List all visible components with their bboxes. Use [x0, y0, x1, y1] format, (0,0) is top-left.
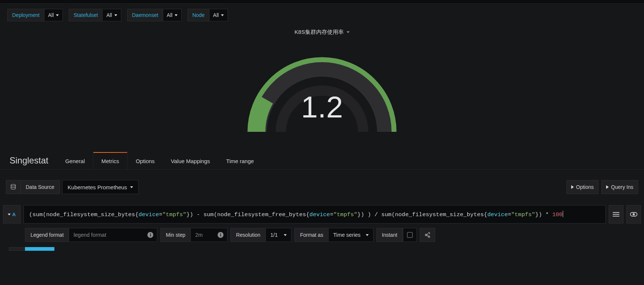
- tab-metrics[interactable]: Metrics: [93, 152, 128, 169]
- min-step-input[interactable]: 2m i: [191, 228, 228, 242]
- tab-value-mappings[interactable]: Value Mappings: [163, 152, 218, 169]
- filter-value-text: All: [106, 12, 112, 18]
- query-menu-button[interactable]: [609, 205, 623, 224]
- filter-statefulset[interactable]: Statefulset All: [69, 9, 121, 21]
- resolution-select[interactable]: 1/1: [266, 228, 291, 242]
- eye-icon: [630, 212, 637, 217]
- editor-tabs: Singlestat General Metrics Options Value…: [0, 152, 644, 170]
- resolution-value: 1/1: [270, 232, 278, 238]
- instant-label: Instant: [376, 228, 403, 242]
- query-row: A (sum(node_filesystem_size_bytes{device…: [3, 205, 641, 224]
- chevron-down-icon: [114, 14, 117, 16]
- panel-title[interactable]: K8S集群内存使用率: [4, 27, 640, 38]
- tab-time-range[interactable]: Time range: [218, 152, 262, 169]
- options-button[interactable]: Options: [566, 180, 598, 194]
- datasource-selected: Kubernetes Prometheus: [68, 184, 127, 190]
- query-inspector-button[interactable]: Query Ins: [601, 180, 638, 194]
- svg-point-1: [11, 184, 15, 186]
- filter-label: Node: [187, 9, 209, 21]
- filter-daemonset[interactable]: Daemonset All: [127, 9, 182, 21]
- query-inspector-label: Query Ins: [611, 184, 633, 190]
- chevron-down-icon: [284, 234, 287, 236]
- filter-label: Deployment: [7, 9, 44, 21]
- filter-label: Statefulset: [69, 9, 102, 21]
- options-button-label: Options: [576, 184, 594, 190]
- share-button[interactable]: [420, 228, 435, 242]
- min-step-group: Min step 2m i: [160, 228, 228, 242]
- filter-value-text: All: [167, 12, 173, 18]
- chevron-down-icon: [175, 14, 178, 16]
- variable-filters: Deployment All Statefulset All Daemonset…: [0, 4, 644, 27]
- format-as-value: Time series: [333, 232, 360, 238]
- filter-value[interactable]: All: [163, 9, 182, 21]
- chevron-down-icon: [56, 14, 59, 16]
- tab-options[interactable]: Options: [128, 152, 163, 169]
- window-topbar: [0, 0, 644, 4]
- filter-value[interactable]: All: [102, 9, 121, 21]
- filter-value[interactable]: All: [44, 9, 63, 21]
- min-step-label: Min step: [160, 228, 191, 242]
- query-block: A (sum(node_filesystem_size_bytes{device…: [0, 198, 644, 251]
- svg-point-3: [428, 236, 430, 238]
- tab-general[interactable]: General: [57, 152, 93, 169]
- gauge: 1.2: [4, 38, 640, 152]
- panel-title-text: K8S集群内存使用率: [294, 29, 343, 36]
- panel-preview: K8S集群内存使用率: [0, 27, 644, 152]
- legend-format-label: Legend format: [25, 228, 69, 242]
- filter-value[interactable]: All: [209, 9, 228, 21]
- filter-deployment[interactable]: Deployment All: [7, 9, 63, 21]
- datasource-label: Data Source: [21, 180, 60, 194]
- datasource-row: Data Source Kubernetes Prometheus Option…: [0, 170, 644, 198]
- resolution-label: Resolution: [230, 228, 266, 242]
- legend-format-input[interactable]: legend format i: [69, 228, 157, 242]
- format-as-select[interactable]: Time series: [329, 228, 373, 242]
- editor-title: Singlestat: [10, 155, 57, 169]
- chevron-down-icon: [221, 14, 224, 16]
- chevron-down-icon: [366, 234, 369, 236]
- hamburger-icon: [613, 212, 619, 217]
- datasource-select[interactable]: Kubernetes Prometheus: [62, 180, 139, 194]
- add-query-strip[interactable]: [3, 247, 641, 251]
- query-expression-input[interactable]: (sum(node_filesystem_size_bytes{device="…: [24, 205, 606, 224]
- query-toggle[interactable]: A: [3, 205, 21, 224]
- play-icon: [571, 185, 574, 189]
- legend-format-placeholder: legend format: [74, 232, 106, 238]
- instant-checkbox[interactable]: [403, 228, 417, 242]
- share-icon: [425, 232, 430, 238]
- filter-node[interactable]: Node All: [187, 9, 228, 21]
- query-visibility-button[interactable]: [626, 205, 641, 224]
- filter-label: Daemonset: [127, 9, 163, 21]
- info-icon[interactable]: i: [218, 232, 223, 238]
- filter-value-text: All: [48, 12, 54, 18]
- chevron-down-icon: [347, 31, 350, 33]
- svg-point-2: [425, 234, 427, 236]
- legend-format-group: Legend format legend format i: [25, 228, 157, 242]
- resolution-group: Resolution 1/1: [230, 228, 291, 242]
- instant-group: Instant: [376, 228, 417, 242]
- query-options-row: Legend format legend format i Min step 2…: [3, 228, 641, 242]
- min-step-placeholder: 2m: [195, 232, 203, 238]
- format-as-group: Format as Time series: [294, 228, 373, 242]
- filter-value-text: All: [213, 12, 219, 18]
- query-ref-id: A: [12, 212, 15, 217]
- info-icon[interactable]: i: [147, 232, 153, 238]
- gauge-value: 1.2: [301, 90, 343, 124]
- datasource-icon: [6, 180, 21, 194]
- format-as-label: Format as: [294, 228, 329, 242]
- play-icon: [606, 185, 609, 189]
- chevron-down-icon: [130, 186, 133, 188]
- chevron-down-icon: [8, 214, 11, 215]
- checkbox-icon: [407, 232, 413, 238]
- database-icon: [10, 184, 17, 190]
